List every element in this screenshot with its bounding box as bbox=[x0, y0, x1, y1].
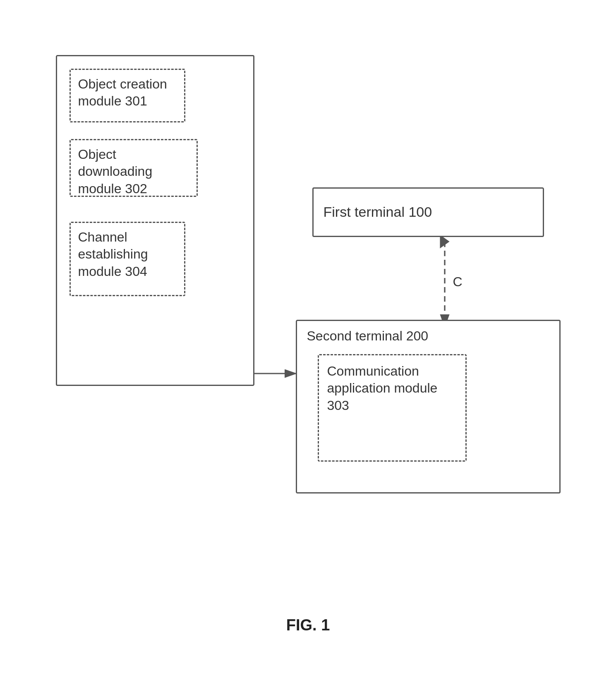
module-304-box: Channel establishing module 304 bbox=[70, 222, 185, 296]
module-304-label: Channel establishing module 304 bbox=[78, 230, 148, 279]
connection-label: C bbox=[453, 274, 463, 290]
fig-label: FIG. 1 bbox=[39, 616, 577, 634]
module-302-label: Object downloading module 302 bbox=[78, 147, 153, 196]
comm-module-label: Communication application module 303 bbox=[327, 364, 438, 413]
module-302-box: Object downloading module 302 bbox=[70, 139, 198, 197]
second-terminal-box: Second terminal 200 Communication applic… bbox=[296, 320, 561, 493]
module-301-box: Object creation module 301 bbox=[70, 69, 185, 122]
first-terminal-box: First terminal 100 bbox=[312, 187, 544, 237]
horizontal-arrow bbox=[254, 361, 300, 386]
first-terminal-label: First terminal 100 bbox=[324, 204, 432, 220]
comm-module-box: Communication application module 303 bbox=[318, 354, 467, 462]
second-terminal-label: Second terminal 200 bbox=[297, 321, 559, 347]
module-301-label: Object creation module 301 bbox=[78, 77, 167, 109]
left-outer-box: Object creation module 301 Object downlo… bbox=[56, 55, 254, 386]
